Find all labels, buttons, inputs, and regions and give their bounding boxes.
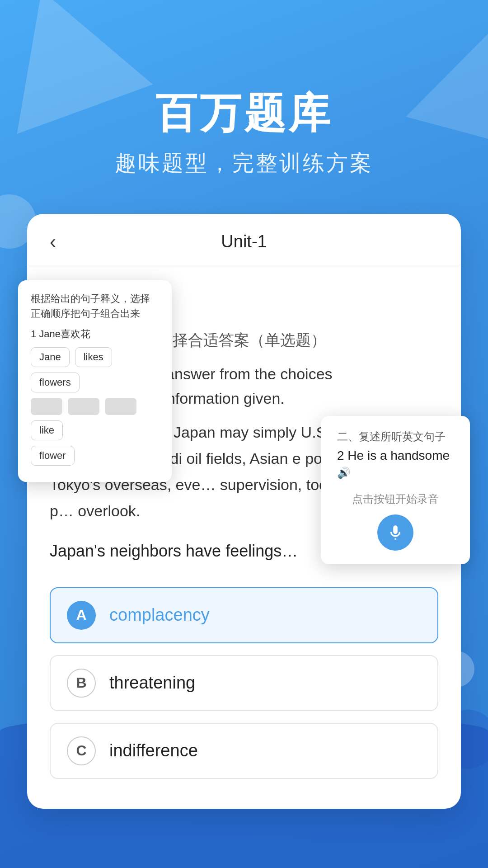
deco-circle-right-mid [438, 651, 474, 687]
slot-2[interactable] [68, 398, 99, 415]
mic-icon [387, 524, 404, 541]
card-header: ‹ Unit-1 [27, 214, 461, 265]
chip-likes[interactable]: likes [75, 347, 112, 367]
slot-word-like[interactable]: like [31, 420, 63, 440]
app-subtitle: 趣味题型，完整训练方案 [0, 149, 488, 178]
voice-header: 二、复述所听英文句子 [337, 429, 454, 444]
choice-b-text: threatening [109, 673, 195, 693]
chip-flower[interactable]: flower [31, 446, 75, 466]
voice-speaker-icon[interactable]: 🔊 [337, 467, 454, 479]
choice-a[interactable]: A complacency [50, 587, 438, 643]
slot-1[interactable] [31, 398, 62, 415]
chip-flowers[interactable]: flowers [31, 373, 80, 392]
choice-c[interactable]: C indifference [50, 723, 438, 779]
word-chips-available: Jane likes flowers [31, 347, 159, 392]
popup-voice: 二、复述所听英文句子 2 He is a handsome 🔊 点击按钮开始录音 [321, 416, 470, 564]
header-section: 百万题库 趣味题型，完整训练方案 [0, 0, 488, 178]
back-button[interactable]: ‹ [50, 232, 56, 251]
answer-choices: A complacency B threatening C indifferen… [27, 587, 461, 779]
popup-word-sort: 根据给出的句子释义，选择正确顺序把句子组合出来 1 Jane喜欢花 Jane l… [18, 280, 172, 482]
choice-a-letter: A [67, 601, 96, 630]
mic-circle [377, 514, 413, 551]
word-sort-subtitle: 1 Jane喜欢花 [31, 327, 159, 341]
voice-hint: 点击按钮开始录音 [337, 492, 454, 506]
voice-sentence: 2 He is a handsome [337, 448, 454, 463]
choice-c-letter: C [67, 736, 96, 765]
slot-3[interactable] [105, 398, 136, 415]
choice-b[interactable]: B threatening [50, 655, 438, 711]
word-slots-row: like [31, 398, 159, 440]
word-sort-instruction: 根据给出的句子释义，选择正确顺序把句子组合出来 [31, 291, 159, 321]
choice-a-text: complacency [109, 605, 210, 625]
app-title: 百万题库 [0, 90, 488, 136]
unit-title: Unit-1 [221, 232, 267, 251]
mic-button[interactable] [337, 514, 454, 551]
choice-c-text: indifference [109, 741, 198, 760]
word-bottom-row: flower [31, 446, 159, 466]
chip-jane[interactable]: Jane [31, 347, 70, 367]
choice-b-letter: B [67, 669, 96, 698]
